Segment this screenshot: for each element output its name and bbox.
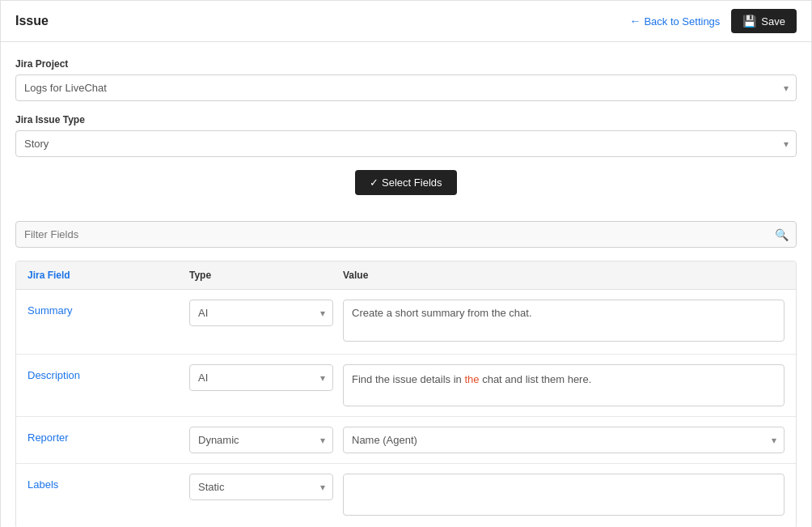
search-icon: 🔍	[775, 228, 789, 241]
back-to-settings-link[interactable]: ← Back to Settings	[629, 15, 720, 28]
value-textarea-summary[interactable]: Create a short summary from the chat.	[343, 300, 785, 342]
field-label-summary: Summary	[27, 300, 189, 317]
save-button[interactable]: 💾 Save	[731, 9, 797, 33]
jira-issue-type-wrapper: Story ▾	[15, 130, 797, 157]
type-cell-labels: AI Dynamic Static ▾	[189, 474, 343, 500]
page-title: Issue	[15, 14, 49, 28]
jira-project-select[interactable]: Logs for LiveChat	[15, 74, 797, 101]
th-value: Value	[343, 270, 785, 281]
desc-text-the: the	[464, 373, 479, 385]
header-actions: ← Back to Settings 💾 Save	[629, 9, 797, 33]
type-select-description[interactable]: AI Dynamic Static	[189, 364, 333, 391]
page-container: Issue ← Back to Settings 💾 Save Jira Pro…	[0, 0, 812, 527]
jira-project-wrapper: Logs for LiveChat ▾	[15, 74, 797, 101]
type-select-summary[interactable]: AI Dynamic Static	[189, 300, 333, 326]
jira-project-label: Jira Project	[15, 58, 797, 70]
value-desc-text: Find the issue details in the chat and l…	[343, 364, 785, 406]
value-cell-summary: Create a short summary from the chat.	[343, 300, 785, 344]
select-fields-button[interactable]: ✓ Select Fields	[355, 170, 456, 195]
field-label-description: Description	[27, 364, 189, 381]
back-arrow-icon: ←	[629, 15, 641, 28]
jira-project-group: Jira Project Logs for LiveChat ▾	[15, 58, 797, 101]
jira-issue-type-label: Jira Issue Type	[15, 114, 797, 125]
table-row: Summary AI Dynamic Static ▾ Create a sho…	[16, 290, 796, 355]
desc-text-find: Find the issue details in	[352, 373, 464, 385]
table-row: Reporter AI Dynamic Static ▾ Name	[16, 417, 796, 464]
jira-issue-type-select[interactable]: Story	[15, 130, 797, 157]
filter-fields-wrapper: 🔍	[15, 221, 797, 248]
type-select-wrapper-reporter: AI Dynamic Static ▾	[189, 427, 333, 453]
save-icon: 💾	[742, 15, 756, 28]
table-header-row: Jira Field Type Value	[16, 261, 796, 290]
th-type: Type	[189, 270, 343, 281]
type-cell-reporter: AI Dynamic Static ▾	[189, 427, 343, 453]
main-content: Jira Project Logs for LiveChat ▾ Jira Is…	[1, 42, 811, 527]
table-row: Labels AI Dynamic Static ▾	[16, 464, 796, 527]
fields-table: Jira Field Type Value Summary AI Dynamic…	[15, 261, 797, 527]
select-fields-label: ✓ Select Fields	[370, 176, 442, 189]
jira-issue-type-group: Jira Issue Type Story ▾	[15, 114, 797, 157]
reporter-value-select-wrapper: Name (Agent) ▾	[343, 427, 785, 453]
desc-text-chat: chat and list them here.	[480, 373, 592, 385]
back-link-label: Back to Settings	[644, 15, 720, 28]
save-button-label: Save	[761, 15, 785, 28]
type-cell-description: AI Dynamic Static ▾	[189, 364, 343, 391]
value-textarea-labels[interactable]	[343, 474, 785, 516]
header: Issue ← Back to Settings 💾 Save	[1, 1, 811, 42]
type-select-wrapper-summary: AI Dynamic Static ▾	[189, 300, 333, 326]
filter-fields-input[interactable]	[15, 221, 797, 248]
type-select-wrapper-description: AI Dynamic Static ▾	[189, 364, 333, 391]
th-jira-field: Jira Field	[27, 270, 189, 281]
type-select-labels[interactable]: AI Dynamic Static	[189, 474, 333, 500]
field-label-reporter: Reporter	[27, 427, 189, 444]
table-row: Description AI Dynamic Static ▾ Find the…	[16, 355, 796, 417]
value-cell-labels	[343, 474, 785, 518]
value-cell-description: Find the issue details in the chat and l…	[343, 364, 785, 406]
type-cell-summary: AI Dynamic Static ▾	[189, 300, 343, 326]
type-select-reporter[interactable]: AI Dynamic Static	[189, 427, 333, 453]
value-cell-reporter: Name (Agent) ▾	[343, 427, 785, 453]
field-label-labels: Labels	[27, 474, 189, 491]
reporter-value-select[interactable]: Name (Agent)	[343, 427, 785, 453]
type-select-wrapper-labels: AI Dynamic Static ▾	[189, 474, 333, 500]
